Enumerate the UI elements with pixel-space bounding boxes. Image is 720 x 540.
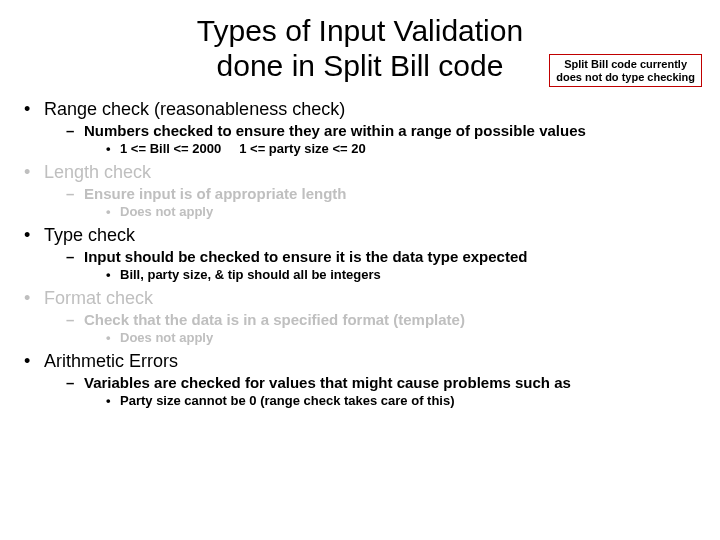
title-line-2: done in Split Bill code xyxy=(217,49,504,82)
outline-list: Range check (reasonableness check)Number… xyxy=(18,99,702,408)
sublist-level3: 1 <= Bill <= 20001 <= party size <= 20 xyxy=(66,141,702,156)
bullet-level1-text: Format check xyxy=(44,288,153,308)
sublist-level3: Party size cannot be 0 (range check take… xyxy=(66,393,702,408)
sublist-level3: Bill, party size, & tip should all be in… xyxy=(66,267,702,282)
bullet-level3-text: 1 <= Bill <= 2000 xyxy=(120,141,221,156)
bullet-level1-text: Length check xyxy=(44,162,151,182)
bullet-level1: Format checkCheck that the data is in a … xyxy=(24,288,702,345)
bullet-level3-text: Does not apply xyxy=(120,204,213,219)
sublist-level3: Does not apply xyxy=(66,204,702,219)
sublist-level3: Does not apply xyxy=(66,330,702,345)
bullet-level2: Input should be checked to ensure it is … xyxy=(66,248,702,282)
bullet-level1: Length checkEnsure input is of appropria… xyxy=(24,162,702,219)
bullet-level2: Ensure input is of appropriate lengthDoe… xyxy=(66,185,702,219)
bullet-level2-text: Ensure input is of appropriate length xyxy=(84,185,347,202)
sublist-level2: Variables are checked for values that mi… xyxy=(24,374,702,408)
bullet-level3-text: Party size cannot be 0 (range check take… xyxy=(120,393,455,408)
bullet-level1: Type checkInput should be checked to ens… xyxy=(24,225,702,282)
bullet-level3-extra: 1 <= party size <= 20 xyxy=(239,141,365,156)
bullet-level2-text: Variables are checked for values that mi… xyxy=(84,374,571,391)
callout-line-2: does not do type checking xyxy=(556,71,695,83)
bullet-level2-text: Check that the data is in a specified fo… xyxy=(84,311,465,328)
sublist-level2: Check that the data is in a specified fo… xyxy=(24,311,702,345)
title-line-1: Types of Input Validation xyxy=(197,14,523,47)
bullet-level3-text: Does not apply xyxy=(120,330,213,345)
bullet-level2: Numbers checked to ensure they are withi… xyxy=(66,122,702,156)
bullet-level3: Does not apply xyxy=(106,204,702,219)
bullet-level1: Arithmetic ErrorsVariables are checked f… xyxy=(24,351,702,408)
bullet-level2: Variables are checked for values that mi… xyxy=(66,374,702,408)
sublist-level2: Numbers checked to ensure they are withi… xyxy=(24,122,702,156)
bullet-level3: 1 <= Bill <= 20001 <= party size <= 20 xyxy=(106,141,702,156)
bullet-level2: Check that the data is in a specified fo… xyxy=(66,311,702,345)
bullet-level3: Party size cannot be 0 (range check take… xyxy=(106,393,702,408)
slide-title-block: Types of Input Validation done in Split … xyxy=(18,14,702,83)
bullet-level3: Does not apply xyxy=(106,330,702,345)
bullet-level2-text: Input should be checked to ensure it is … xyxy=(84,248,527,265)
bullet-level1-text: Type check xyxy=(44,225,135,245)
sublist-level2: Ensure input is of appropriate lengthDoe… xyxy=(24,185,702,219)
bullet-level1-text: Arithmetic Errors xyxy=(44,351,178,371)
bullet-level2-text: Numbers checked to ensure they are withi… xyxy=(84,122,586,139)
callout-line-1: Split Bill code currently xyxy=(564,58,687,70)
bullet-level3: Bill, party size, & tip should all be in… xyxy=(106,267,702,282)
bullet-level1: Range check (reasonableness check)Number… xyxy=(24,99,702,156)
bullet-level3-text: Bill, party size, & tip should all be in… xyxy=(120,267,381,282)
bullet-level1-text: Range check (reasonableness check) xyxy=(44,99,345,119)
sublist-level2: Input should be checked to ensure it is … xyxy=(24,248,702,282)
warning-callout: Split Bill code currently does not do ty… xyxy=(549,54,702,87)
